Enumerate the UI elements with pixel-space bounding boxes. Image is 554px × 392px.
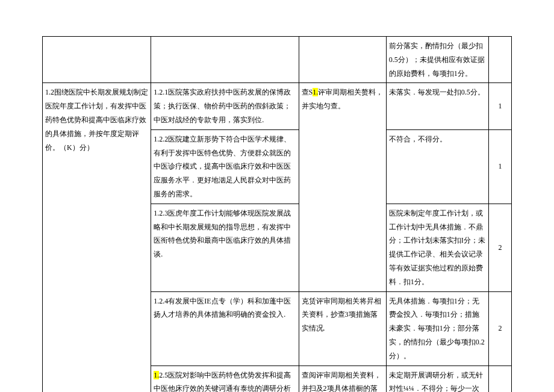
cell: 查阅评审周期相关资料，并扫及2项具体措橱的落实情况。 [299,366,386,392]
cell [151,37,299,83]
criteria-cell: 1.2围绕医院中长期发展规划制定医院年度工作计划，有发挥中医药特色优势和提高中医… [43,83,151,392]
score-cell: 2 [488,291,511,366]
highlight: 1. [154,371,159,379]
cell: 1.2.3医虎年度工作计划能够体现医院发展战略和中长期发展规知的指导思想，有发挥… [151,204,299,291]
cell: 查S1.评审周期相关赘料，并实地匀查。 [299,83,386,291]
cell: 1.2.5医院对影响中医药特色优势发挥和提高中医他床疗效的关键诃通有泰统的调研分… [151,366,299,392]
cell: 医院未制定年度工作计划，或工作计划中无具体措施．不鼎分；工作计划未落实扣I分；未… [386,204,488,291]
cell: 1.2.4有发展中医IE点专（学）科和加蓬中医扬人才培养的具体措施和明确的资金投… [151,291,299,366]
table-row: 前分落实，酌情扣分（最少扣0.5分）；未提供相应有效证据的原始费料，每项扣1分。 [43,37,512,83]
score-cell: 1 [488,129,511,204]
score-cell: 2 [488,366,511,392]
cell: 不符合，不得分。 [386,129,488,204]
table-row: 1.2围绕医院中长期发展规划制定医院年度工作计划，有发挥中医药特色优势和提高中医… [43,83,512,129]
score-cell: 1 [488,83,511,129]
cell: 无具体措施．每项扣1分；无费金投入．毎项扣1分；措施未豪实．毎项扣1分；部分落实… [386,291,488,366]
highlight: 1. [313,88,318,96]
evaluation-table: 前分落实，酌情扣分（最少扣0.5分）；未提供相应有效证据的原始费料，每项扣1分。… [42,36,512,392]
cell: 未落实．毎发现一处扣0.5分。 [386,83,488,129]
cell: 前分落实，酌情扣分（最少扣0.5分）；未提供相应有效证据的原始费料，每项扣1分。 [386,37,488,83]
cell [299,37,386,83]
score-cell: 2 [488,204,511,291]
score-cell [488,37,511,83]
cell [43,37,151,83]
cell: 克赁评审同期相关将昇相关资料，抄查3项措施落实情况. [299,291,386,366]
cell: 1.2.2医院建立新形势下符合中医学术规律、有利于发挥中医特色优势、方便群众就医… [151,129,299,204]
cell: 未定期开展调研分析，或无针对性¼¼．不得分；毎少一次调研分析．扣0.5分；措施未… [386,366,488,392]
cell: 1.2.1医院落实政府扶持中医药发展的保博政策；执行医保、物价药中医药的假斜政策… [151,83,299,129]
